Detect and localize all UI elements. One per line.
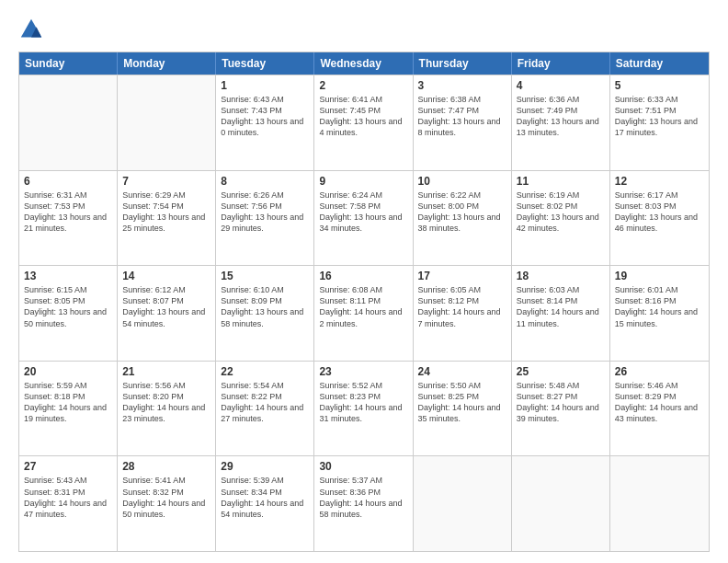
day-info: Sunrise: 6:08 AM Sunset: 8:11 PM Dayligh… (319, 284, 407, 329)
day-number: 16 (319, 270, 407, 282)
day-number: 28 (122, 460, 210, 473)
calendar-cell (118, 75, 216, 170)
day-number: 13 (24, 270, 112, 282)
calendar: SundayMondayTuesdayWednesdayThursdayFrid… (18, 52, 710, 552)
calendar-cell: 23Sunrise: 5:52 AM Sunset: 8:23 PM Dayli… (314, 362, 413, 456)
day-info: Sunrise: 6:43 AM Sunset: 7:43 PM Dayligh… (221, 94, 309, 139)
day-info: Sunrise: 5:52 AM Sunset: 8:23 PM Dayligh… (319, 380, 407, 425)
calendar-cell: 5Sunrise: 6:33 AM Sunset: 7:51 PM Daylig… (610, 75, 709, 170)
day-info: Sunrise: 6:03 AM Sunset: 8:14 PM Dayligh… (517, 284, 605, 329)
day-number: 26 (615, 365, 704, 378)
day-info: Sunrise: 5:39 AM Sunset: 8:34 PM Dayligh… (221, 475, 309, 520)
day-info: Sunrise: 6:26 AM Sunset: 7:56 PM Dayligh… (221, 190, 309, 235)
calendar-week-4: 20Sunrise: 5:59 AM Sunset: 8:18 PM Dayli… (19, 361, 709, 456)
calendar-cell (414, 456, 512, 551)
day-number: 3 (418, 79, 506, 92)
day-info: Sunrise: 5:41 AM Sunset: 8:32 PM Dayligh… (122, 475, 210, 520)
day-number: 10 (418, 175, 506, 188)
day-number: 5 (615, 79, 704, 92)
calendar-cell: 4Sunrise: 6:36 AM Sunset: 7:49 PM Daylig… (512, 75, 610, 170)
day-info: Sunrise: 6:15 AM Sunset: 8:05 PM Dayligh… (24, 284, 112, 329)
day-number: 11 (517, 175, 605, 188)
calendar-cell: 30Sunrise: 5:37 AM Sunset: 8:36 PM Dayli… (314, 456, 413, 551)
calendar-cell (512, 456, 610, 551)
day-info: Sunrise: 6:41 AM Sunset: 7:45 PM Dayligh… (319, 94, 407, 139)
day-number: 25 (517, 365, 605, 378)
day-info: Sunrise: 6:22 AM Sunset: 8:00 PM Dayligh… (418, 190, 506, 235)
calendar-week-1: 1Sunrise: 6:43 AM Sunset: 7:43 PM Daylig… (19, 75, 709, 170)
logo (18, 15, 48, 42)
day-number: 4 (517, 79, 605, 92)
day-info: Sunrise: 6:31 AM Sunset: 7:53 PM Dayligh… (24, 190, 112, 235)
calendar-header: SundayMondayTuesdayWednesdayThursdayFrid… (19, 52, 709, 75)
calendar-cell: 15Sunrise: 6:10 AM Sunset: 8:09 PM Dayli… (216, 266, 314, 361)
calendar-week-3: 13Sunrise: 6:15 AM Sunset: 8:05 PM Dayli… (19, 265, 709, 361)
header-day-friday: Friday (512, 52, 610, 75)
day-info: Sunrise: 5:54 AM Sunset: 8:22 PM Dayligh… (221, 380, 309, 425)
day-number: 9 (319, 175, 407, 188)
calendar-cell: 28Sunrise: 5:41 AM Sunset: 8:32 PM Dayli… (118, 456, 216, 551)
calendar-cell: 10Sunrise: 6:22 AM Sunset: 8:00 PM Dayli… (414, 171, 512, 266)
day-info: Sunrise: 6:05 AM Sunset: 8:12 PM Dayligh… (418, 284, 506, 329)
day-info: Sunrise: 6:12 AM Sunset: 8:07 PM Dayligh… (122, 284, 210, 329)
header-day-monday: Monday (118, 52, 216, 75)
day-number: 18 (517, 270, 605, 282)
day-info: Sunrise: 5:56 AM Sunset: 8:20 PM Dayligh… (122, 380, 210, 425)
calendar-cell: 2Sunrise: 6:41 AM Sunset: 7:45 PM Daylig… (314, 75, 413, 170)
day-info: Sunrise: 6:17 AM Sunset: 8:03 PM Dayligh… (615, 190, 704, 235)
day-number: 21 (122, 365, 210, 378)
calendar-cell: 19Sunrise: 6:01 AM Sunset: 8:16 PM Dayli… (610, 266, 709, 361)
day-info: Sunrise: 6:19 AM Sunset: 8:02 PM Dayligh… (517, 190, 605, 235)
calendar-cell: 20Sunrise: 5:59 AM Sunset: 8:18 PM Dayli… (19, 362, 118, 456)
calendar-cell: 29Sunrise: 5:39 AM Sunset: 8:34 PM Dayli… (216, 456, 314, 551)
day-number: 17 (418, 270, 506, 282)
day-number: 2 (319, 79, 407, 92)
day-number: 22 (221, 365, 309, 378)
calendar-cell: 11Sunrise: 6:19 AM Sunset: 8:02 PM Dayli… (512, 171, 610, 266)
day-number: 30 (319, 460, 407, 473)
calendar-cell: 6Sunrise: 6:31 AM Sunset: 7:53 PM Daylig… (19, 171, 118, 266)
calendar-cell: 12Sunrise: 6:17 AM Sunset: 8:03 PM Dayli… (610, 171, 709, 266)
day-info: Sunrise: 5:48 AM Sunset: 8:27 PM Dayligh… (517, 380, 605, 425)
calendar-cell: 27Sunrise: 5:43 AM Sunset: 8:31 PM Dayli… (19, 456, 118, 551)
calendar-body: 1Sunrise: 6:43 AM Sunset: 7:43 PM Daylig… (19, 75, 709, 551)
day-info: Sunrise: 5:46 AM Sunset: 8:29 PM Dayligh… (615, 380, 704, 425)
calendar-cell: 16Sunrise: 6:08 AM Sunset: 8:11 PM Dayli… (314, 266, 413, 361)
calendar-week-2: 6Sunrise: 6:31 AM Sunset: 7:53 PM Daylig… (19, 170, 709, 266)
header-day-wednesday: Wednesday (314, 52, 413, 75)
day-number: 19 (615, 270, 704, 282)
calendar-cell: 25Sunrise: 5:48 AM Sunset: 8:27 PM Dayli… (512, 362, 610, 456)
day-number: 14 (122, 270, 210, 282)
calendar-cell: 1Sunrise: 6:43 AM Sunset: 7:43 PM Daylig… (216, 75, 314, 170)
calendar-cell: 7Sunrise: 6:29 AM Sunset: 7:54 PM Daylig… (118, 171, 216, 266)
logo-icon (18, 17, 44, 42)
header-day-tuesday: Tuesday (216, 52, 314, 75)
calendar-cell: 3Sunrise: 6:38 AM Sunset: 7:47 PM Daylig… (414, 75, 512, 170)
calendar-cell: 17Sunrise: 6:05 AM Sunset: 8:12 PM Dayli… (414, 266, 512, 361)
calendar-week-5: 27Sunrise: 5:43 AM Sunset: 8:31 PM Dayli… (19, 455, 709, 551)
day-number: 27 (24, 460, 112, 473)
day-number: 8 (221, 175, 309, 188)
calendar-cell: 9Sunrise: 6:24 AM Sunset: 7:58 PM Daylig… (314, 171, 413, 266)
day-info: Sunrise: 6:36 AM Sunset: 7:49 PM Dayligh… (517, 94, 605, 139)
day-number: 20 (24, 365, 112, 378)
day-number: 7 (122, 175, 210, 188)
page: SundayMondayTuesdayWednesdayThursdayFrid… (0, 0, 728, 563)
day-info: Sunrise: 6:01 AM Sunset: 8:16 PM Dayligh… (615, 284, 704, 329)
day-info: Sunrise: 6:38 AM Sunset: 7:47 PM Dayligh… (418, 94, 506, 139)
day-info: Sunrise: 5:50 AM Sunset: 8:25 PM Dayligh… (418, 380, 506, 425)
calendar-cell: 26Sunrise: 5:46 AM Sunset: 8:29 PM Dayli… (610, 362, 709, 456)
calendar-cell (19, 75, 118, 170)
day-number: 12 (615, 175, 704, 188)
header (18, 15, 710, 42)
day-info: Sunrise: 5:37 AM Sunset: 8:36 PM Dayligh… (319, 475, 407, 520)
calendar-cell: 18Sunrise: 6:03 AM Sunset: 8:14 PM Dayli… (512, 266, 610, 361)
day-number: 6 (24, 175, 112, 188)
day-info: Sunrise: 6:10 AM Sunset: 8:09 PM Dayligh… (221, 284, 309, 329)
header-day-sunday: Sunday (19, 52, 118, 75)
day-number: 23 (319, 365, 407, 378)
calendar-cell: 22Sunrise: 5:54 AM Sunset: 8:22 PM Dayli… (216, 362, 314, 456)
day-info: Sunrise: 5:43 AM Sunset: 8:31 PM Dayligh… (24, 475, 112, 520)
day-number: 15 (221, 270, 309, 282)
calendar-cell: 14Sunrise: 6:12 AM Sunset: 8:07 PM Dayli… (118, 266, 216, 361)
